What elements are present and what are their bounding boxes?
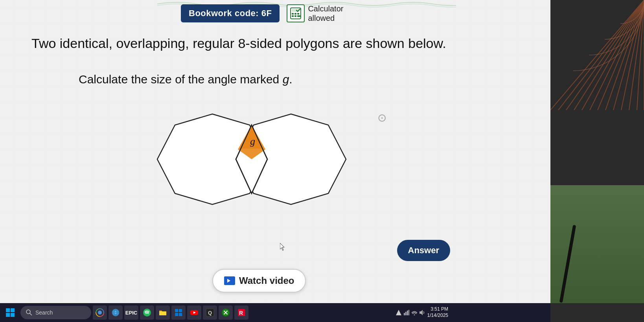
network-icon	[404, 310, 409, 315]
taskbar: Search EPIC	[0, 303, 550, 322]
right-decoration	[550, 0, 644, 110]
diagram-area: g	[134, 98, 377, 248]
taskbar-grid[interactable]	[171, 305, 186, 320]
wifi-icon	[412, 310, 417, 315]
svg-rect-60	[405, 312, 407, 315]
taskbar-search[interactable]: Search	[20, 306, 91, 319]
search-label: Search	[35, 309, 53, 316]
epic-label: EPIC	[125, 310, 137, 316]
calculator-text: Calculator allowed	[308, 4, 343, 23]
main-content: Bookwork code: 6F Calculator a	[0, 0, 550, 322]
svg-rect-31	[6, 308, 10, 312]
header-area: Bookwork code: 6F Calculator a	[181, 4, 343, 23]
svg-line-5	[590, 0, 644, 110]
question-sub: Calculate the size of the angle marked g…	[79, 73, 293, 86]
svg-point-35	[26, 310, 30, 314]
watch-video-button[interactable]: Watch video	[212, 269, 306, 293]
system-clock: 3:51 PM 1/14/2025	[427, 306, 448, 318]
svg-rect-17	[297, 13, 299, 15]
taskbar-browser[interactable]	[93, 305, 107, 320]
geometry-diagram: g	[134, 98, 377, 248]
svg-rect-46	[175, 309, 178, 312]
svg-point-41	[98, 311, 102, 315]
svg-rect-61	[407, 311, 408, 315]
svg-line-3	[574, 0, 644, 110]
svg-text:R: R	[239, 310, 243, 316]
svg-marker-29	[232, 276, 235, 285]
svg-rect-59	[404, 313, 405, 315]
taskbar-folder[interactable]	[156, 305, 170, 320]
svg-rect-47	[179, 309, 182, 312]
system-tray-arrow	[396, 310, 401, 315]
taskbar-discord[interactable]: Q	[203, 305, 217, 320]
taskbar-network[interactable]	[109, 305, 123, 320]
taskbar-roblox[interactable]: R	[234, 305, 248, 320]
svg-rect-15	[292, 13, 294, 15]
calculator-icon	[287, 4, 305, 22]
watch-video-label: Watch video	[239, 275, 294, 286]
svg-rect-20	[297, 15, 300, 17]
svg-text:Q: Q	[208, 310, 212, 316]
taskbar-youtube[interactable]	[187, 305, 201, 320]
svg-point-63	[414, 315, 415, 316]
taskbar-epic[interactable]: EPIC	[124, 305, 138, 320]
svg-rect-16	[294, 13, 296, 15]
svg-rect-62	[408, 310, 409, 315]
svg-rect-49	[179, 313, 182, 316]
volume-icon	[420, 310, 425, 315]
svg-rect-19	[294, 15, 296, 17]
svg-text:g: g	[250, 136, 255, 147]
question-main: Two identical, overlapping, regular 8-si…	[31, 33, 446, 53]
svg-line-0	[550, 0, 644, 110]
svg-line-36	[30, 313, 32, 315]
windows-start-button[interactable]	[3, 305, 17, 320]
right-panel	[550, 0, 644, 322]
focus-ring-icon: ⊙	[377, 111, 386, 124]
svg-rect-18	[292, 15, 294, 17]
taskbar-xbox[interactable]	[219, 305, 233, 320]
svg-marker-58	[396, 310, 401, 315]
svg-rect-48	[175, 313, 178, 316]
video-icon	[224, 276, 235, 285]
answer-button[interactable]: Answer	[397, 240, 450, 261]
svg-rect-33	[6, 313, 10, 317]
taskbar-system-tray: 3:51 PM 1/14/2025	[396, 306, 448, 318]
taskbar-spotify[interactable]	[140, 305, 154, 320]
bookwork-badge: Bookwork code: 6F	[181, 4, 280, 22]
svg-rect-32	[11, 308, 15, 312]
svg-marker-64	[420, 310, 423, 315]
search-icon	[26, 309, 32, 316]
svg-rect-34	[11, 313, 15, 317]
calculator-badge: Calculator allowed	[287, 4, 343, 23]
